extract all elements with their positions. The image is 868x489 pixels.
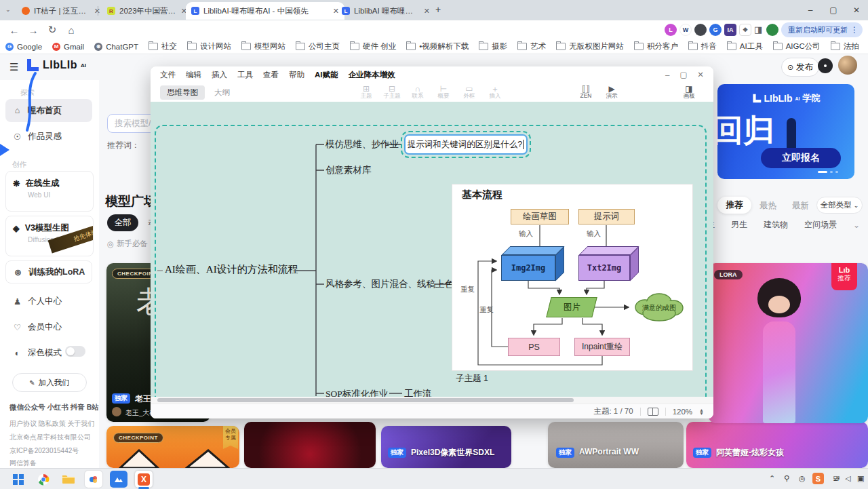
tool-boundary[interactable]: ▭外框 [457,85,481,99]
bookmark-folder[interactable]: 公司主页 [296,41,340,52]
branch-workflow[interactable]: 工作流 [404,388,432,397]
zoom-stepper[interactable]: ▲▼ [699,408,704,415]
browser-tab-2[interactable]: R 2023年中国营销领域AIGC技术 ✕ [102,2,193,20]
icp-number[interactable]: 京ICP备2023015442号 [9,446,79,456]
menu-edit[interactable]: 编辑 [186,70,201,80]
chrome-update-button[interactable]: 重新启动即可更新 ⋮ [781,22,863,37]
tray-volume-icon[interactable]: ◁ [845,474,850,483]
tool-insert[interactable]: ＋插入 [483,85,507,99]
tab-outline[interactable]: 大纲 [214,87,230,98]
new-tab-button[interactable]: + [435,4,441,15]
tray-display-icon[interactable]: 🖳 [833,474,840,482]
tray-chevron-icon[interactable]: ⌃ [769,474,775,483]
flowchart-image[interactable]: 基本流程 绘画草 [452,184,693,371]
sidebar-item-member[interactable]: ♡会员中心 [12,321,62,333]
chrome-menu-icon[interactable]: ⋮ [850,25,859,35]
tab-mindmap[interactable]: 思维导图 [160,85,205,100]
model-card-red[interactable] [244,422,376,468]
category-filters[interactable]: 生 男生 建筑物 空间场景 ⌄ [707,219,860,231]
hamburger-menu-icon[interactable]: ☰ [9,61,18,73]
school-banner[interactable]: LIbLIb AI 学院 回归 立即报名 [717,84,854,179]
model-card-awportrait[interactable]: 独家 AWPortrait WW [548,422,684,468]
filter-item[interactable]: 空间场景 [804,219,837,231]
bookmark-folder[interactable]: 硬件 创业 [350,41,396,52]
filter-item[interactable]: 建筑物 [764,219,788,231]
tray-shield-icon[interactable]: ◎ [799,474,806,483]
tab-hot[interactable]: 最热 [760,200,776,212]
profile-avatar-icon[interactable] [766,24,778,36]
model-card-lora-girl[interactable]: LORA Lıb 推荐 [709,263,868,423]
tray-mic-icon[interactable]: ⚲ [784,474,789,483]
menu-tools[interactable]: 工具 [237,70,253,80]
bookmark-folder[interactable]: 设计网站 [187,41,231,52]
extensions-puzzle-icon[interactable]: ❖ [739,24,751,36]
branch-material-library[interactable]: 创意素材库 [326,164,372,176]
bookmark-folder[interactable]: 法拍 [831,41,859,52]
fit-map-icon[interactable] [648,408,658,416]
bookmark-folder[interactable]: 积分客户 [634,41,678,52]
menu-ai[interactable]: AI赋能 [315,70,338,80]
file-explorer-icon[interactable] [60,471,77,488]
browser-tab-3-active[interactable]: L LiblibAI-哩布哩布AI - 中国领先 ✕ [186,2,344,20]
extension-icon-l[interactable]: L [665,24,677,36]
social-links[interactable]: 微信公众号 小红书 抖音 B站 [9,403,99,412]
sogou-input-icon[interactable]: S [812,473,824,484]
bookmark-folder[interactable]: •视频解析下载 [406,41,469,52]
chrome-taskbar-icon[interactable] [35,471,52,488]
sidebar-item-v3[interactable]: ◈V3模型生图 Diffusion 3 抢先体验 [5,216,94,256]
selected-topic[interactable]: 提示词和关键词的区别是什么? [404,134,528,155]
home-icon[interactable]: ⌂ [62,21,80,39]
tray-notification-icon[interactable]: ▣ [857,474,864,483]
bookmark-folder[interactable]: 抖音 [688,41,717,52]
blue-app-icon[interactable] [110,471,127,488]
window-close-button[interactable]: ✕ [845,0,868,20]
extension-icon-w[interactable]: W [679,24,692,36]
tool-summary[interactable]: ⊢概要 [431,85,456,99]
tool-topic[interactable]: ⊞主题 [354,85,378,99]
meeting-app-icon[interactable] [85,471,102,488]
xmind-taskbar-icon-active[interactable]: X [135,471,153,488]
back-icon[interactable]: ← [5,21,23,39]
tool-zen[interactable]: ⟦⟧ZEN [574,85,598,99]
tool-subtopic[interactable]: ⊟子主题 [380,85,404,99]
horizontal-scrollbar[interactable] [151,397,713,404]
xmind-close-icon[interactable]: ✕ [697,70,704,79]
user-avatar[interactable] [838,56,857,75]
banner-carousel-dots[interactable] [818,171,838,173]
filter-item[interactable]: 男生 [731,219,747,231]
start-button[interactable] [9,471,27,488]
mindmap-canvas[interactable]: AI绘画、AI设计的方法和流程 模仿思维、抄作业 提示词和关键词的区别是什么? … [151,102,713,397]
branch-imitate[interactable]: 模仿思维、抄作业 [326,138,399,151]
bookmark-folder[interactable]: AIGC公司 [773,41,821,52]
sidebar-item-online-gen[interactable]: ❋在线生成 Web UI [5,171,94,212]
tool-present[interactable]: ▶演示 [599,85,624,99]
liblib-logo[interactable]: LIbLIb AI [26,58,86,72]
bookmark-google[interactable]: GGoogle [5,43,42,51]
tool-relationship[interactable]: ∩联系 [406,85,430,99]
browser-tab-1[interactable]: IT桔子 | 泛互联网创业投资项目 ✕ [16,2,106,20]
darkmode-toggle[interactable] [65,346,85,357]
reload-icon[interactable]: ↻ [43,21,61,39]
menu-file[interactable]: 文件 [160,70,176,80]
bookmark-folder[interactable]: 艺术 [517,41,546,52]
sidebar-item-personal[interactable]: ♟个人中心 [12,296,62,307]
publish-button[interactable]: ⊙发布 [781,58,819,77]
root-topic[interactable]: AI绘画、AI设计的方法和流程 [165,263,298,276]
filter-all-pill[interactable]: 全部 [107,214,138,231]
notification-icon[interactable] [818,58,833,73]
bookmark-folder[interactable]: 社交 [149,41,177,52]
tab-recommended[interactable]: 推荐 [717,197,751,214]
bookmark-gmail[interactable]: MGmail [52,43,84,51]
xmind-minimize-icon[interactable]: – [665,71,669,79]
bookmark-folder[interactable]: 无版权图片网站 [556,41,624,52]
beginner-filter[interactable]: ◎新手必备 [107,239,148,249]
side-panel-icon[interactable]: ◨ [754,24,762,35]
extension-icon-dark[interactable] [694,24,707,36]
branch-style-reference[interactable]: 风格参考、图片混合、线稿上色 [326,278,454,290]
bookmark-folder[interactable]: 摄影 [479,41,507,52]
menu-enterprise[interactable]: 企业降本增效 [349,70,395,80]
extension-icon-ia[interactable]: IA [724,24,736,36]
tab-newest[interactable]: 最新 [792,200,809,212]
model-card-pixel3d[interactable]: 独家 Pixel3D像素世界SDXL [381,426,511,468]
tab-close-icon[interactable]: ✕ [424,7,430,16]
